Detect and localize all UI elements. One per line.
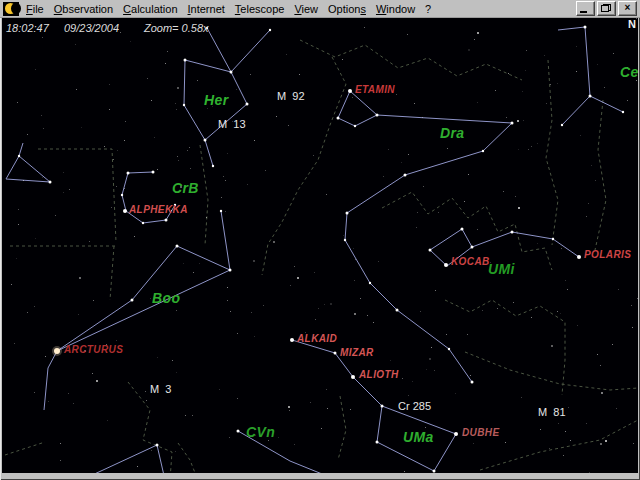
sky-chart[interactable]: ETAMINALPHEKKAKOCABPOLARISARCTURUSALKAID… bbox=[2, 18, 638, 473]
menu-item-file[interactable]: File bbox=[21, 1, 49, 17]
menu-item-observation[interactable]: Observation bbox=[49, 1, 118, 17]
minimize-button[interactable] bbox=[576, 1, 595, 16]
menu-item-help[interactable]: ? bbox=[420, 1, 436, 17]
moon-bite bbox=[11, 3, 21, 14]
menu-item-window[interactable]: Window bbox=[371, 1, 420, 17]
close-button[interactable]: × bbox=[618, 1, 637, 16]
restore-icon bbox=[601, 4, 611, 12]
constellation-boundary-lines bbox=[5, 40, 638, 473]
window-buttons: × bbox=[576, 1, 640, 16]
close-icon: × bbox=[625, 3, 631, 13]
stars-layer[interactable] bbox=[11, 18, 638, 473]
menu-item-internet[interactable]: Internet bbox=[183, 1, 230, 17]
menu-item-options[interactable]: Options bbox=[323, 1, 371, 17]
menu-item-calculation[interactable]: Calculation bbox=[118, 1, 182, 17]
crescent-moon-icon[interactable] bbox=[3, 2, 19, 16]
menu-item-view[interactable]: View bbox=[289, 1, 323, 17]
menu-items: FileObservationCalculationInternetTelesc… bbox=[21, 1, 436, 17]
restore-button[interactable] bbox=[597, 1, 616, 16]
planetarium-app-window: FileObservationCalculationInternetTelesc… bbox=[0, 0, 640, 480]
constellation-lines bbox=[6, 27, 623, 473]
sky-svg bbox=[2, 18, 638, 473]
minimize-icon bbox=[580, 11, 587, 13]
menu-item-telescope[interactable]: Telescope bbox=[230, 1, 290, 17]
menu-bar: FileObservationCalculationInternetTelesc… bbox=[0, 0, 640, 18]
